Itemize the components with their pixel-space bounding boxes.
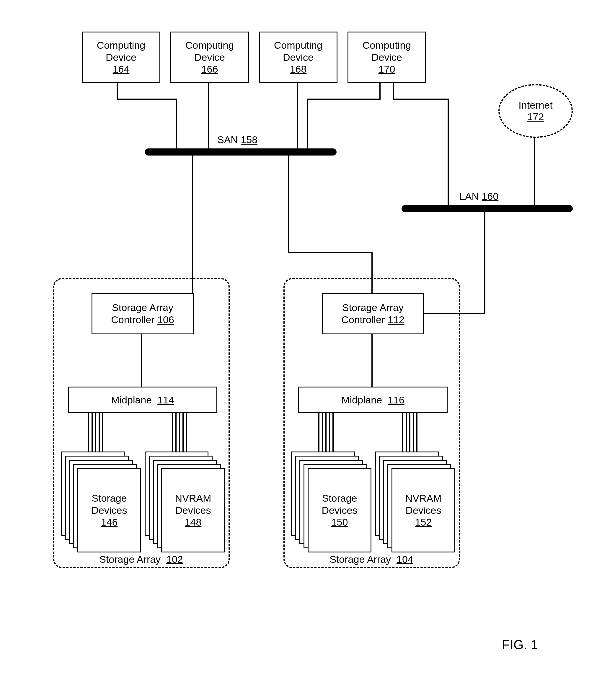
- nvram-devices-label: NVRAMDevices: [405, 492, 442, 516]
- connector-line: [141, 334, 142, 387]
- connector-line: [172, 412, 173, 451]
- internet-cloud: Internet 172: [499, 84, 573, 138]
- lan-label: LAN 160: [458, 190, 500, 203]
- computing-device-title: ComputingDevice: [185, 39, 234, 63]
- san-label: SAN 158: [216, 133, 259, 146]
- connector-line: [288, 252, 371, 253]
- nvram-devices-label: NVRAMDevices: [175, 492, 211, 516]
- computing-device-ref: 164: [113, 63, 130, 75]
- nvram-devices-ref: 148: [185, 516, 202, 528]
- computing-device-title: ComputingDevice: [97, 39, 145, 63]
- midplane-label: Midplane 116: [341, 394, 405, 406]
- connector-line: [297, 82, 298, 150]
- connector-line: [91, 412, 93, 455]
- computing-device-box: ComputingDevice 164: [82, 32, 160, 83]
- computing-device-box: ComputingDevice 170: [347, 32, 426, 83]
- storage-array-label: Storage Array 102: [89, 554, 194, 565]
- nvram-devices-box: NVRAMDevices 152: [392, 468, 455, 552]
- connector-line: [393, 82, 394, 100]
- connector-line: [175, 412, 176, 455]
- computing-device-box: ComputingDevice 166: [170, 32, 249, 83]
- computing-device-ref: 166: [201, 63, 218, 75]
- connector-line: [116, 82, 118, 100]
- computing-device-ref: 168: [290, 63, 307, 75]
- connector-line: [88, 412, 89, 451]
- storage-array-label: Storage Array 104: [319, 554, 424, 565]
- connector-line: [393, 99, 449, 100]
- computing-device-title: ComputingDevice: [362, 39, 411, 63]
- connector-line: [176, 99, 177, 150]
- storage-devices-ref: 146: [101, 516, 118, 528]
- controller-label: Storage ArrayController 106: [111, 302, 174, 326]
- connector-line: [371, 334, 373, 387]
- midplane-box: Midplane 116: [298, 387, 447, 413]
- connector-line: [307, 99, 381, 100]
- internet-label: Internet: [518, 99, 552, 111]
- internet-ref: 172: [527, 111, 544, 123]
- storage-devices-box: StorageDevices 146: [77, 468, 141, 552]
- connector-line: [402, 412, 403, 451]
- connector-line: [307, 99, 308, 150]
- storage-devices-label: StorageDevices: [91, 492, 127, 516]
- nvram-devices-box: NVRAMDevices 148: [161, 468, 225, 552]
- connector-line: [484, 212, 485, 314]
- san-bus: [145, 148, 336, 155]
- computing-device-box: ComputingDevice 168: [259, 32, 337, 83]
- controller-label: Storage ArrayController 112: [341, 302, 405, 326]
- storage-devices-label: StorageDevices: [322, 492, 358, 516]
- storage-array-controller-box: Storage ArrayController 106: [91, 293, 194, 334]
- storage-array-controller-box: Storage ArrayController 112: [322, 293, 424, 334]
- connector-line: [288, 155, 289, 253]
- computing-device-ref: 170: [379, 63, 395, 75]
- midplane-label: Midplane 114: [111, 394, 174, 406]
- nvram-devices-ref: 152: [415, 516, 432, 528]
- storage-devices-ref: 150: [331, 516, 348, 528]
- lan-bus: [402, 205, 573, 212]
- connector-line: [447, 99, 449, 207]
- connector-line: [379, 82, 381, 100]
- connector-line: [318, 412, 319, 451]
- connector-line: [322, 412, 323, 455]
- connector-line: [406, 412, 407, 455]
- connector-line: [534, 137, 535, 207]
- connector-line: [208, 82, 209, 150]
- storage-devices-box: StorageDevices 150: [308, 468, 371, 552]
- midplane-box: Midplane 114: [68, 387, 217, 413]
- computing-device-title: ComputingDevice: [274, 39, 322, 63]
- connector-line: [192, 155, 193, 294]
- connector-line: [116, 99, 176, 100]
- figure-label: FIG. 1: [502, 637, 538, 652]
